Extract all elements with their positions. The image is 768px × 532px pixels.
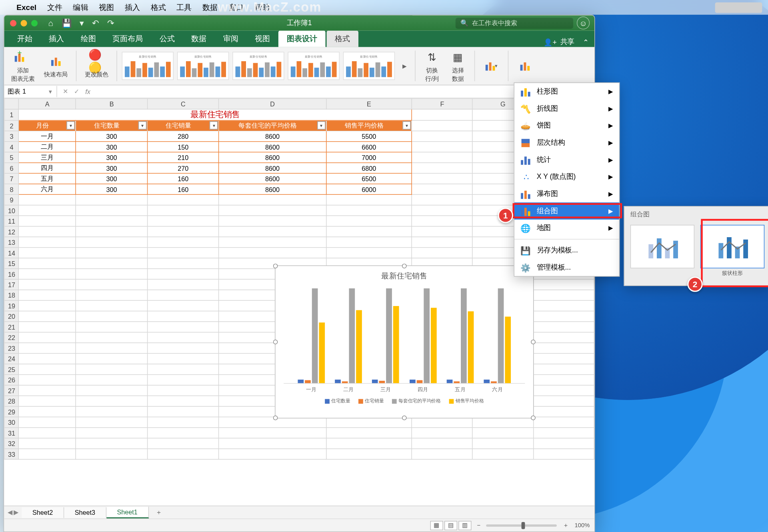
chart-type-item[interactable]: 组合图 ▶: [514, 202, 619, 220]
empty-cell[interactable]: [76, 226, 148, 237]
empty-cell[interactable]: [219, 237, 326, 247]
sheet-tab[interactable]: Sheet3: [64, 507, 106, 518]
chart-category-group[interactable]: 三月: [370, 284, 401, 383]
chart-category-group[interactable]: 一月: [296, 284, 327, 383]
empty-cell[interactable]: [219, 194, 326, 205]
column-header[interactable]: D: [219, 98, 326, 109]
table-cell[interactable]: 160: [147, 173, 219, 184]
empty-cell[interactable]: [76, 311, 148, 322]
empty-cell[interactable]: [326, 216, 412, 226]
empty-cell[interactable]: [147, 216, 219, 226]
empty-cell[interactable]: [326, 248, 412, 258]
empty-cell[interactable]: [76, 300, 148, 311]
close-window-icon[interactable]: [10, 20, 16, 26]
chart-legend[interactable]: 住宅数量 住宅销量 每套住宅的平均价格 销售平均价格: [276, 398, 533, 404]
empty-cell[interactable]: [76, 385, 148, 396]
chart-type-item[interactable]: ∴ X Y (散点图) ▶: [514, 168, 619, 186]
row-header[interactable]: 24: [4, 354, 19, 364]
menu-format[interactable]: 格式: [151, 2, 166, 12]
zoom-slider[interactable]: [486, 524, 557, 526]
empty-cell[interactable]: [533, 374, 594, 385]
legend-item[interactable]: 住宅销量: [358, 398, 384, 404]
row-header[interactable]: 10: [4, 205, 19, 216]
table-cell[interactable]: 8600: [219, 152, 326, 162]
row-header[interactable]: 31: [4, 428, 19, 438]
chart-bar[interactable]: [498, 288, 504, 383]
table-cell[interactable]: 6000: [326, 184, 412, 194]
empty-cell[interactable]: [76, 237, 148, 247]
table-header-cell[interactable]: 住宅销量▾: [147, 120, 219, 131]
row-header[interactable]: 14: [4, 248, 19, 258]
empty-cell[interactable]: [533, 428, 594, 438]
view-pagelayout-icon[interactable]: ▤: [444, 520, 457, 530]
empty-cell[interactable]: [219, 248, 326, 258]
table-cell[interactable]: 300: [76, 131, 148, 141]
empty-cell[interactable]: [147, 438, 219, 448]
chart-bar[interactable]: [372, 380, 378, 383]
empty-cell[interactable]: [533, 311, 594, 322]
chart-bar[interactable]: [491, 381, 497, 383]
sheet-tab[interactable]: Sheet2: [22, 507, 64, 518]
resize-handle[interactable]: [273, 264, 278, 268]
table-header-cell[interactable]: 月份▾: [19, 120, 76, 131]
empty-cell[interactable]: [147, 364, 219, 374]
filter-icon[interactable]: ▾: [317, 121, 325, 130]
table-cell[interactable]: 四月: [19, 163, 76, 173]
quick-layout-button[interactable]: 快速布局: [41, 52, 72, 80]
tab-format[interactable]: 格式: [327, 31, 358, 47]
row-header[interactable]: 28: [4, 396, 19, 406]
tab-chart-design[interactable]: 图表设计: [278, 31, 326, 47]
chart-style-1[interactable]: 最新住宅销售: [122, 52, 174, 80]
chart-bar[interactable]: [305, 380, 311, 383]
change-colors-button[interactable]: 🔴🟡 更改颜色: [81, 52, 112, 80]
empty-cell[interactable]: [19, 194, 76, 205]
chart-style-2[interactable]: 最新住宅销售: [177, 52, 229, 80]
empty-cell[interactable]: [19, 205, 76, 216]
empty-cell[interactable]: [412, 237, 473, 247]
empty-cell[interactable]: [76, 417, 148, 427]
empty-cell[interactable]: [219, 216, 326, 226]
filter-icon[interactable]: ▾: [403, 121, 411, 130]
empty-cell[interactable]: [76, 205, 148, 216]
chart-bar[interactable]: [319, 322, 325, 383]
name-box-dropdown-icon[interactable]: ▼: [48, 88, 53, 94]
chart-bar[interactable]: [461, 288, 467, 383]
empty-cell[interactable]: [76, 438, 148, 448]
table-cell[interactable]: 一月: [19, 131, 76, 141]
tab-data[interactable]: 数据: [183, 31, 215, 47]
empty-cell[interactable]: [147, 205, 219, 216]
row-header[interactable]: 22: [4, 332, 19, 343]
filter-icon[interactable]: ▾: [210, 121, 218, 130]
empty-cell[interactable]: [76, 290, 148, 300]
row-header[interactable]: 7: [4, 173, 19, 184]
chart-bar[interactable]: [454, 381, 460, 383]
filter-icon[interactable]: ▾: [67, 121, 75, 130]
table-cell[interactable]: 8600: [219, 142, 326, 152]
empty-cell[interactable]: [219, 438, 326, 448]
chart-plot-area[interactable]: 一月二月三月四月五月六月: [284, 284, 525, 384]
add-sheet-button[interactable]: ＋: [149, 506, 169, 518]
chart-bar[interactable]: [484, 380, 490, 383]
empty-cell[interactable]: [533, 449, 594, 459]
row-header[interactable]: 16: [4, 269, 19, 279]
chart-bar[interactable]: [430, 308, 436, 383]
filter-icon[interactable]: ▾: [138, 121, 147, 130]
zoom-out-icon[interactable]: −: [477, 522, 481, 528]
empty-cell[interactable]: [19, 374, 76, 385]
empty-cell[interactable]: [219, 428, 326, 438]
legend-item[interactable]: 每套住宅的平均价格: [392, 398, 441, 404]
row-header[interactable]: 11: [4, 216, 19, 226]
empty-cell[interactable]: [19, 248, 76, 258]
empty-cell[interactable]: [533, 279, 594, 290]
resize-handle[interactable]: [273, 416, 278, 420]
row-header[interactable]: 1: [4, 109, 19, 120]
chart-bar[interactable]: [416, 380, 422, 383]
table-cell[interactable]: 150: [147, 142, 219, 152]
chart-bar[interactable]: [342, 381, 348, 383]
resize-handle[interactable]: [531, 340, 536, 344]
empty-cell[interactable]: [19, 396, 76, 406]
tab-layout[interactable]: 页面布局: [104, 31, 151, 47]
table-cell[interactable]: 7000: [326, 152, 412, 162]
empty-cell[interactable]: [19, 258, 76, 268]
table-cell[interactable]: 6600: [326, 142, 412, 152]
